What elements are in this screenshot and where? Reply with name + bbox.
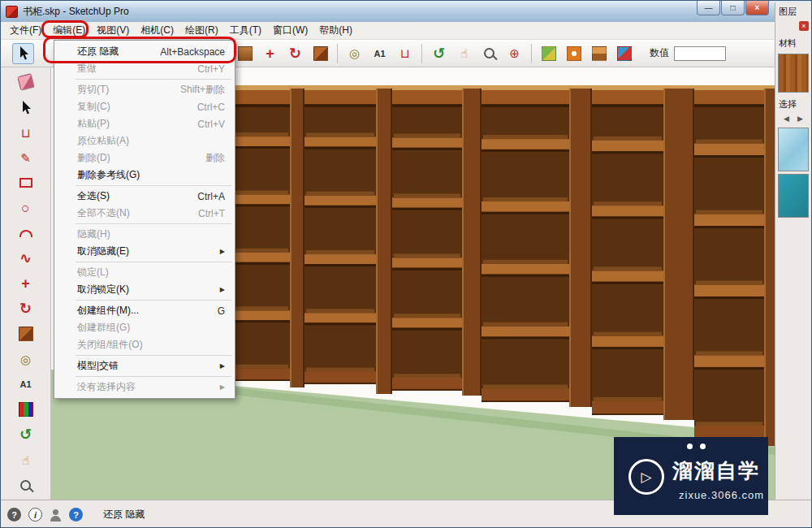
menu-item-unlock[interactable]: 取消锁定(K)▶ xyxy=(54,281,235,298)
scale-tool-button[interactable] xyxy=(309,43,331,64)
menu-item-label: 取消隐藏(E) xyxy=(77,245,129,258)
toolbar-separator xyxy=(337,44,338,63)
orbit-tool-button[interactable]: ↺ xyxy=(428,43,450,64)
menu-item-erase[interactable]: 删除(D)删除 xyxy=(54,149,235,167)
materials-select-tab[interactable]: 选择 xyxy=(775,95,811,112)
paint-bucket-tool-button-left[interactable]: ⊔ xyxy=(15,122,37,143)
minimize-button[interactable]: — xyxy=(697,1,720,15)
menu-file[interactable]: 文件(F) xyxy=(5,21,46,40)
menu-item-close-group-component[interactable]: 关闭组/组件(O) xyxy=(54,336,235,353)
menu-item-select-all[interactable]: 全选(S)Ctrl+A xyxy=(54,188,235,205)
look-around-tool-button[interactable] xyxy=(563,43,585,64)
menu-item-copy[interactable]: 复制(C)Ctrl+C xyxy=(54,98,235,115)
menu-item-redo[interactable]: 重做Ctrl+Y xyxy=(54,60,235,77)
orbit-tool-button-left[interactable]: ↺ xyxy=(15,424,37,445)
menu-item-delete-guides[interactable]: 删除参考线(G) xyxy=(54,167,235,184)
circle-icon: ○ xyxy=(21,201,30,215)
dimension-tool-button-left[interactable]: A1 xyxy=(15,374,37,395)
freehand-tool-button[interactable]: ∿ xyxy=(15,248,37,269)
menu-item-unhide[interactable]: 取消隐藏(E)▶ xyxy=(54,243,235,260)
material-wood-swatch[interactable] xyxy=(778,54,809,93)
material-water-swatch-1[interactable] xyxy=(778,128,809,171)
pan-tool-button[interactable]: ☝ xyxy=(453,43,475,64)
menu-item-lock[interactable]: 锁定(L) xyxy=(54,264,235,281)
close-button[interactable]: × xyxy=(745,1,769,15)
menu-item-label: 全选(S) xyxy=(77,189,110,203)
rotate-icon: ↻ xyxy=(19,301,32,316)
menu-item-select-none[interactable]: 全部不选(N)Ctrl+T xyxy=(54,205,235,222)
dimension-tool-button[interactable]: A1 xyxy=(369,43,391,64)
menu-help[interactable]: 帮助(H) xyxy=(314,21,357,40)
tape-measure-icon: ◎ xyxy=(349,47,360,59)
paint-bucket-icon: ⊔ xyxy=(400,47,410,59)
menu-tools[interactable]: 工具(T) xyxy=(225,21,266,40)
select-arrow-icon xyxy=(20,101,32,115)
menu-item-intersect-model[interactable]: 模型|交错▶ xyxy=(54,357,235,374)
forward-arrow-icon[interactable]: ▶ xyxy=(797,115,803,123)
toolbar-separator xyxy=(531,44,532,63)
select-tool-button[interactable] xyxy=(12,43,34,64)
materials-panel-header[interactable]: 材料 xyxy=(775,34,811,51)
menu-item-label: 锁定(L) xyxy=(77,266,109,279)
menu-view[interactable]: 视图(V) xyxy=(92,21,134,40)
position-camera-tool-button[interactable] xyxy=(538,43,559,64)
rotate-tool-button-left[interactable]: ↻ xyxy=(15,298,37,319)
section-plane-tool-button[interactable] xyxy=(613,43,635,64)
tape-measure-tool-button-left[interactable]: ◎ xyxy=(15,348,37,370)
rotate-tool-button[interactable]: ↻ xyxy=(284,43,306,64)
walk-tool-button[interactable] xyxy=(588,43,610,64)
measurements-label: 数值 xyxy=(650,46,669,60)
status-user-icon[interactable] xyxy=(50,509,62,522)
maximize-button[interactable]: □ xyxy=(721,1,745,15)
status-help-icon[interactable]: ? xyxy=(7,508,21,522)
menu-item-undo-hide[interactable]: 还原 隐藏Alt+Backspace xyxy=(54,43,235,60)
line-tool-button[interactable]: ✎ xyxy=(15,147,37,168)
dimension-icon: A1 xyxy=(19,379,31,389)
window-controls: — □ × xyxy=(696,1,769,15)
menu-item-cut[interactable]: 剪切(T)Shift+删除 xyxy=(54,81,235,98)
status-hint: 还原 隐藏 xyxy=(103,508,145,522)
pushpull-tool-button[interactable] xyxy=(234,43,256,64)
menu-item-shortcut: Ctrl+T xyxy=(198,208,225,219)
titlebar[interactable]: 书柜.skp - SketchUp Pro — □ × xyxy=(1,1,811,22)
tape-measure-tool-button[interactable]: ◎ xyxy=(343,43,365,64)
layers-close-button[interactable]: × xyxy=(799,21,809,31)
circle-tool-button[interactable]: ○ xyxy=(15,197,37,219)
move-tool-button-left[interactable]: + xyxy=(15,273,37,294)
menu-item-make-group[interactable]: 创建群组(G) xyxy=(54,319,235,336)
move-tool-button[interactable]: + xyxy=(259,43,281,64)
layers-panel-header[interactable]: 图层 xyxy=(775,2,811,19)
paint-bucket-tool-button[interactable]: ⊔ xyxy=(394,43,416,64)
menu-camera[interactable]: 相机(C) xyxy=(136,21,179,40)
toolbar-separator xyxy=(421,44,422,63)
scale-tool-button-left[interactable] xyxy=(15,323,37,344)
rectangle-icon xyxy=(19,178,32,188)
measurements-input[interactable] xyxy=(674,46,726,61)
menu-item-hide[interactable]: 隐藏(H) xyxy=(54,226,235,243)
status-question-icon[interactable]: ? xyxy=(69,508,83,522)
status-info-icon[interactable]: i xyxy=(28,508,42,522)
zoom-tool-button-left[interactable] xyxy=(15,474,37,496)
menu-edit[interactable]: 编辑(E) xyxy=(48,21,90,40)
pan-tool-button-left[interactable]: ☝ xyxy=(15,449,37,470)
menu-item-make-component[interactable]: 创建组件(M)...G xyxy=(54,302,235,319)
rectangle-tool-button[interactable] xyxy=(15,172,37,193)
menu-window[interactable]: 窗口(W) xyxy=(268,21,313,40)
section-plane-icon xyxy=(617,46,632,61)
zoom-extents-tool-button[interactable]: ⊕ xyxy=(503,43,525,64)
eraser-tool-button[interactable] xyxy=(15,71,37,93)
menu-item-paste[interactable]: 粘贴(P)Ctrl+V xyxy=(54,115,235,132)
menu-item-paste-in-place[interactable]: 原位粘贴(A) xyxy=(54,132,235,149)
menu-draw[interactable]: 绘图(R) xyxy=(180,21,223,40)
back-arrow-icon[interactable]: ◀ xyxy=(784,115,789,123)
pan-hand-icon: ☝ xyxy=(460,47,468,59)
scale-icon xyxy=(313,46,328,61)
zoom-tool-button[interactable] xyxy=(478,43,500,64)
menu-item-label: 重做 xyxy=(77,62,97,76)
menu-item-no-selection[interactable]: 没有选择内容▶ xyxy=(54,379,235,396)
material-water-swatch-2[interactable] xyxy=(778,174,809,218)
select-tool-button-left[interactable] xyxy=(15,97,37,118)
menu-item-shortcut: Ctrl+A xyxy=(197,191,225,202)
axes-tool-button[interactable] xyxy=(15,399,37,420)
arc-tool-button[interactable] xyxy=(15,223,37,244)
